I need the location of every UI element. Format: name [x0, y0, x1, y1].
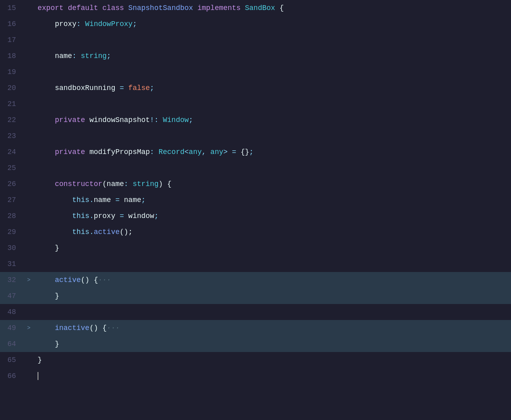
token: windowSnapshot — [90, 114, 150, 126]
line-number: 29 — [0, 224, 24, 240]
code-line: 27 this.name = name; — [0, 192, 511, 208]
token: proxy — [38, 18, 76, 30]
token: any — [189, 146, 202, 158]
token: ; — [150, 82, 154, 94]
fold-arrow[interactable]: > — [24, 272, 34, 288]
fold-arrow — [24, 32, 34, 48]
code-line: 22 private windowSnapshot!: Window; — [0, 112, 511, 128]
token: } — [38, 338, 59, 350]
token: default — [68, 2, 102, 14]
line-number: 18 — [0, 48, 24, 64]
code-content: } — [34, 240, 511, 256]
code-content — [34, 96, 511, 112]
token: SandBox — [245, 2, 275, 14]
line-number: 19 — [0, 64, 24, 80]
fold-arrow[interactable]: > — [24, 320, 34, 336]
token: > = — [224, 146, 241, 158]
token: active — [94, 226, 120, 238]
token: } — [38, 354, 42, 366]
token: ··· — [107, 322, 120, 334]
token: WindowProxy — [85, 18, 133, 30]
line-number: 27 — [0, 192, 24, 208]
line-number: 64 — [0, 336, 24, 352]
token: = — [115, 82, 128, 94]
code-line: 64 } — [0, 336, 511, 352]
fold-arrow — [24, 336, 34, 352]
token: name — [38, 50, 72, 62]
code-line: 21 — [0, 96, 511, 112]
line-number: 47 — [0, 288, 24, 304]
code-line: 24 private modifyPropsMap: Record<any, a… — [0, 144, 511, 160]
token: {} — [241, 146, 250, 158]
line-number: 16 — [0, 16, 24, 32]
token: ) { — [158, 178, 171, 190]
token: Window — [163, 114, 189, 126]
token: string — [81, 50, 107, 62]
fold-arrow — [24, 96, 34, 112]
fold-arrow — [24, 80, 34, 96]
fold-arrow — [24, 352, 34, 368]
token: name — [94, 194, 111, 206]
code-content: name: string; — [34, 48, 511, 64]
token: this — [38, 194, 90, 206]
token: = — [111, 194, 124, 206]
code-content: this.proxy = window; — [34, 208, 511, 224]
token: string — [133, 178, 159, 190]
line-number: 30 — [0, 240, 24, 256]
line-number: 26 — [0, 176, 24, 192]
token: window — [128, 210, 154, 222]
token: name — [107, 178, 124, 190]
code-line: 31 — [0, 256, 511, 272]
token: ; — [133, 18, 137, 30]
code-content: export default class SnapshotSandbox imp… — [34, 0, 511, 16]
line-number: 49 — [0, 320, 24, 336]
token: . — [90, 194, 94, 206]
line-number: 24 — [0, 144, 24, 160]
code-line: 26 constructor(name: string) { — [0, 176, 511, 192]
fold-arrow — [24, 48, 34, 64]
token: . — [90, 226, 94, 238]
token: : — [124, 178, 133, 190]
code-content — [34, 64, 511, 80]
code-content: } — [34, 352, 511, 368]
code-line: 19 — [0, 64, 511, 80]
code-content: this.active(); — [34, 224, 511, 240]
token: class — [102, 2, 128, 14]
code-line: 48 — [0, 304, 511, 320]
code-content: private windowSnapshot!: Window; — [34, 112, 511, 128]
line-number: 17 — [0, 32, 24, 48]
code-line: 15export default class SnapshotSandbox i… — [0, 0, 511, 16]
token: () { — [90, 322, 107, 334]
code-content — [34, 256, 511, 272]
line-number: 66 — [0, 368, 24, 384]
token: ; — [107, 50, 111, 62]
token: Record — [158, 146, 184, 158]
token: name — [124, 194, 141, 206]
code-content: sandboxRunning = false; — [34, 80, 511, 96]
line-number: 20 — [0, 80, 24, 96]
line-number: 21 — [0, 96, 24, 112]
code-line: 49> inactive() {··· — [0, 320, 511, 336]
code-editor: 15export default class SnapshotSandbox i… — [0, 0, 511, 420]
line-number: 28 — [0, 208, 24, 224]
code-content: } — [34, 288, 511, 304]
line-number: 31 — [0, 256, 24, 272]
code-content — [34, 160, 511, 176]
fold-arrow — [24, 64, 34, 80]
token: proxy — [94, 210, 115, 222]
fold-arrow — [24, 256, 34, 272]
fold-arrow — [24, 16, 34, 32]
token: false — [128, 82, 150, 94]
line-number: 25 — [0, 160, 24, 176]
token: sandboxRunning — [38, 82, 115, 94]
token: . — [90, 210, 94, 222]
token: : — [72, 50, 81, 62]
fold-arrow — [24, 112, 34, 128]
token: constructor — [38, 178, 102, 190]
text-cursor — [38, 372, 38, 380]
line-number: 23 — [0, 128, 24, 144]
fold-arrow — [24, 0, 34, 16]
code-line: 65} — [0, 352, 511, 368]
token: ; — [249, 146, 254, 158]
token: active — [38, 274, 81, 286]
